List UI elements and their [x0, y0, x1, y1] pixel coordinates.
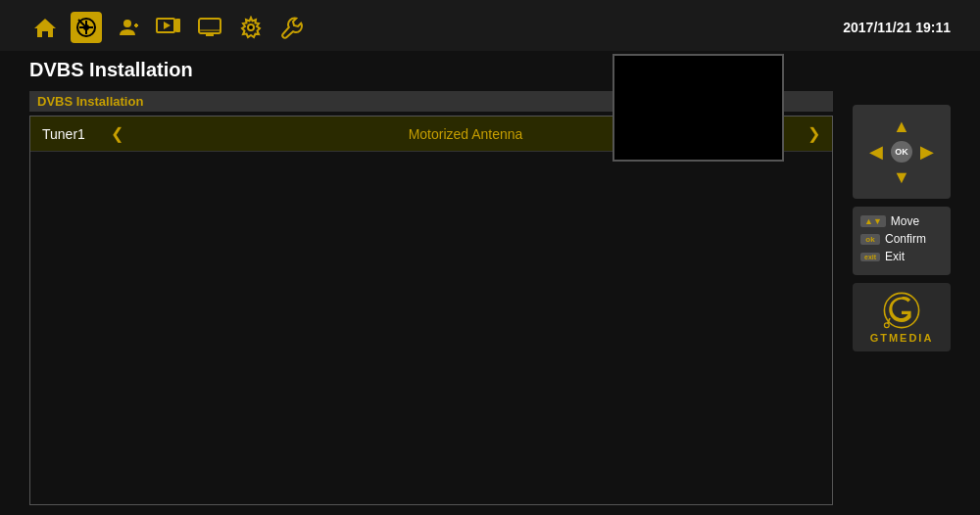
move-legend-row: ▲▼ Move	[860, 214, 943, 228]
home-icon[interactable]	[29, 12, 61, 43]
exit-key: exit	[860, 253, 880, 261]
tuner-label: Tuner1	[42, 126, 101, 142]
preview-box	[612, 54, 784, 162]
dpad-box: ▲ ◀ OK ▶ ▼	[853, 105, 951, 199]
gtmedia-logo-text: GTMEDIA	[870, 332, 934, 344]
svg-point-16	[248, 24, 254, 30]
exit-legend-row: exit Exit	[860, 250, 943, 263]
svg-rect-11	[175, 19, 180, 32]
dpad-right-button[interactable]: ▶	[920, 141, 934, 163]
user-icon[interactable]	[112, 12, 143, 43]
tuner-right-arrow[interactable]: ❯	[808, 124, 820, 143]
svg-marker-0	[34, 19, 56, 37]
confirm-label: Confirm	[885, 232, 926, 246]
legend-box: ▲▼ Move ok Confirm exit Exit	[853, 207, 951, 275]
dpad: ▲ ◀ OK ▶ ▼	[864, 115, 939, 189]
ok-key: ok	[860, 234, 880, 245]
top-bar: 2017/11/21 19:11	[0, 0, 980, 51]
confirm-legend-row: ok Confirm	[860, 232, 943, 246]
dpad-ok-button[interactable]: OK	[891, 141, 912, 163]
right-panel: ▲ ◀ OK ▶ ▼ ▲▼ Move ok Confirm	[853, 51, 951, 505]
display-icon[interactable]	[194, 12, 225, 43]
dpad-up-button[interactable]: ▲	[893, 117, 910, 137]
satellite-icon[interactable]	[71, 12, 102, 43]
dpad-down-button[interactable]: ▼	[893, 167, 910, 188]
gtmedia-logo-box: GTMEDIA	[853, 283, 951, 351]
tools-icon[interactable]	[276, 12, 308, 43]
svg-marker-10	[164, 22, 171, 29]
tuner-table: Tuner1 ❮ Motorized Antenna ❯	[29, 116, 833, 505]
nav-icons	[29, 12, 308, 43]
tuner-left-arrow[interactable]: ❮	[111, 124, 123, 143]
gtmedia-logo-icon	[882, 291, 921, 330]
media-icon[interactable]	[153, 12, 184, 43]
move-label: Move	[891, 214, 919, 228]
datetime-display: 2017/11/21 19:11	[843, 20, 951, 35]
svg-point-6	[123, 20, 131, 27]
move-key: ▲▼	[860, 215, 886, 227]
main-area: DVBS Installation DVBS Installation Tune…	[0, 51, 980, 515]
settings-icon[interactable]	[235, 12, 267, 43]
svg-rect-12	[199, 19, 220, 33]
dpad-left-button[interactable]: ◀	[869, 141, 883, 163]
exit-label: Exit	[885, 250, 905, 263]
svg-point-19	[884, 323, 889, 328]
